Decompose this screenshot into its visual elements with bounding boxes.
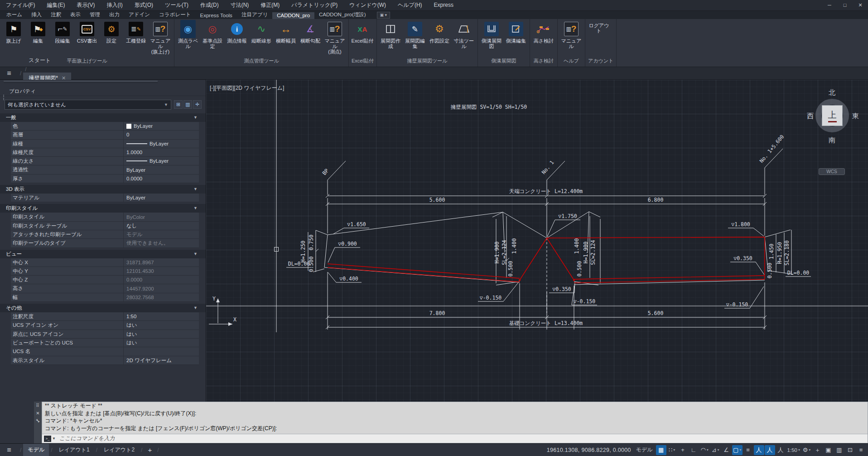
ribbon-tab-挿入[interactable]: 挿入 <box>27 11 46 19</box>
close-icon[interactable]: ✕ <box>853 0 868 10</box>
ribbon-tab-表示[interactable]: 表示 <box>66 11 85 19</box>
ribbon-tab-ホーム[interactable]: ホーム <box>2 11 27 19</box>
annotation-autoscale-icon[interactable]: 人 <box>765 445 775 455</box>
property-value[interactable]: 2D ワイヤフレーム <box>124 356 199 364</box>
ribbon-button-Excel貼付[interactable]: XAExcel貼付 <box>351 20 374 44</box>
command-input[interactable]: >_ ▼ ここにコマンドを入力 <box>42 434 868 443</box>
maximize-icon[interactable]: □ <box>837 0 853 10</box>
annotation-scale-icon[interactable]: 人 <box>776 445 786 455</box>
doc-menu-icon[interactable]: ≡ <box>0 69 18 78</box>
ribbon-button-基準点設定[interactable]: ◎基準点設定 <box>201 20 224 49</box>
menubar-item[interactable]: ヘルプ(H) <box>392 0 428 10</box>
annotation-visibility-icon[interactable]: 人 <box>754 445 764 455</box>
view-compass[interactable]: 北 南 西 東 上 <box>805 88 859 163</box>
compass-east[interactable]: 東 <box>852 112 859 121</box>
menubar-item[interactable]: 表示(V) <box>71 0 101 10</box>
selection-dropdown[interactable]: 何も選択されていません▼ <box>5 100 171 110</box>
property-section-一般[interactable]: 一般▼ <box>0 113 206 122</box>
ribbon-button-編集[interactable]: ⚑◆編集 <box>26 20 50 44</box>
wcs-selector[interactable]: WCS <box>819 168 845 175</box>
property-value[interactable]: 0.0000 <box>124 276 199 284</box>
menubar-item[interactable]: 作成(D) <box>194 0 225 10</box>
layout-menu-icon[interactable]: ≡ <box>0 446 18 454</box>
property-value[interactable]: モデル <box>124 230 199 238</box>
menubar-item[interactable]: Express <box>428 0 459 10</box>
ribbon-button-マニュアル[interactable]: ▥?マニュアル <box>559 20 583 49</box>
menubar-item[interactable]: 形式(O) <box>129 0 159 10</box>
layout-tab-モデル[interactable]: モデル <box>23 444 49 456</box>
menubar-item[interactable]: ファイル(F) <box>0 0 41 10</box>
ribbon-tab-コラボレート[interactable]: コラボレート <box>154 11 195 19</box>
ribbon-tab-管理[interactable]: 管理 <box>85 11 105 19</box>
property-value[interactable]: ByLayer <box>124 122 199 130</box>
property-value[interactable]: はい <box>124 321 199 329</box>
property-value[interactable]: ByLayer <box>124 140 199 148</box>
drawing-canvas[interactable]: [-][平面図][2D ワイヤフレーム] 擁壁展開図 SV=1/50 SH=1/… <box>206 80 868 443</box>
clean-screen-icon[interactable]: ⊡ <box>845 445 855 455</box>
layout-tab-レイアウト1[interactable]: レイアウト1 <box>54 444 94 456</box>
osnap-tracking-icon[interactable]: ∠ <box>721 445 732 455</box>
property-value[interactable]: 14457.9200 <box>124 284 199 292</box>
property-value[interactable]: 使用できません。 <box>124 239 199 247</box>
isodraft-icon[interactable]: ⊿▾ <box>710 445 721 455</box>
settings-gear-icon[interactable]: ⚙▾ <box>801 445 812 455</box>
ribbon-button-展開図編集[interactable]: ✎展開図編集 <box>403 20 427 49</box>
select-objects-icon[interactable]: ▥ <box>183 100 192 109</box>
add-layout-button[interactable]: + <box>144 446 155 454</box>
compass-west[interactable]: 西 <box>807 112 814 121</box>
property-value[interactable]: 0.0000 <box>124 175 199 183</box>
command-history-chevron-icon[interactable]: ▼ <box>52 437 56 441</box>
ribbon-button-横断幅員[interactable]: ↔横断幅員 <box>274 20 298 44</box>
layout-tab-レイアウト2[interactable]: レイアウト2 <box>99 444 139 456</box>
ribbon-tab-アドイン[interactable]: アドイン <box>124 11 154 19</box>
ribbon-button-展開図作成[interactable]: 展開図作成 <box>379 20 402 49</box>
property-value[interactable]: 0 <box>124 131 199 139</box>
property-value[interactable]: 12101.4530 <box>124 267 199 275</box>
dynamic-input-icon[interactable]: ≡ <box>743 445 753 455</box>
snap-icon[interactable]: ∷▾ <box>667 445 677 455</box>
ribbon-button-CSV書出[interactable]: CSVCSV書出 <box>75 20 99 44</box>
property-section-その他[interactable]: その他▼ <box>0 304 206 312</box>
ribbon-button-段編集[interactable]: ⌐✎段編集 <box>51 20 74 44</box>
ribbon-button-設定[interactable]: ⚙設定 <box>100 20 123 44</box>
graphics-performance-icon[interactable]: ▥ <box>834 445 844 455</box>
command-grip-icon[interactable]: ⠿ <box>36 403 39 408</box>
ribbon-tab-出力[interactable]: 出力 <box>105 11 124 19</box>
property-section-印刷スタイル[interactable]: 印刷スタイル▼ <box>0 204 206 213</box>
property-value[interactable]: ByLayer <box>124 194 199 202</box>
ribbon-button-高さ検討[interactable]: 高さ検討 <box>532 20 555 44</box>
ribbon-tab-注釈[interactable]: 注釈 <box>46 11 66 19</box>
property-value[interactable]: 1:50 <box>124 312 199 320</box>
viewport-label[interactable]: [-][平面図][2D ワイヤフレーム] <box>210 84 284 92</box>
property-value[interactable]: 1.0000 <box>124 148 199 156</box>
menubar-item[interactable]: 修正(M) <box>255 0 285 10</box>
command-wrench-icon[interactable]: 🔧︎ <box>36 418 40 423</box>
ribbon-button-横断勾配[interactable]: ∡横断勾配 <box>299 20 322 44</box>
polar-tracking-icon[interactable]: ◠▾ <box>699 445 710 455</box>
pickadd-toggle-icon[interactable]: ✛ <box>193 100 202 109</box>
model-space-label[interactable]: モデル <box>636 446 653 454</box>
scale-list-icon[interactable]: 1:50▾ <box>786 445 801 455</box>
compass-north[interactable]: 北 <box>829 88 835 97</box>
ribbon-button-マニュアル[interactable]: ▥?マニュアル (測点) <box>323 20 347 54</box>
ribbon-display-toggle[interactable]: ▣ ▾ <box>377 12 391 19</box>
property-value[interactable]: はい <box>124 330 199 338</box>
property-value[interactable] <box>124 347 199 355</box>
status-menu-icon[interactable]: ≡ <box>856 445 866 455</box>
menubar-item[interactable]: 寸法(N) <box>225 0 255 10</box>
ribbon-tab-注目アプリ[interactable]: 注目アプリ <box>237 11 272 19</box>
grid-icon[interactable]: ▦ <box>656 445 666 455</box>
ribbon-button-測点情報[interactable]: i測点情報 <box>225 20 249 44</box>
property-value[interactable]: ByLayer <box>124 165 199 174</box>
ribbon-button-マニュアル[interactable]: ▥?マニュアル (旗上げ) <box>149 20 172 54</box>
ribbon-button-工種登録[interactable]: ≣✎工種登録 <box>124 20 148 44</box>
menubar-item[interactable]: ウィンドウ(W) <box>343 0 392 10</box>
ribbon-button-寸法ツール[interactable]: 寸法ツール <box>452 20 476 49</box>
compass-south[interactable]: 南 <box>829 136 835 145</box>
property-section-ビュー[interactable]: ビュー▼ <box>0 250 206 258</box>
property-value[interactable]: なし <box>124 222 199 230</box>
ribbon-button-縦断線形[interactable]: ∿縦断線形 <box>250 20 273 44</box>
plus-icon[interactable]: ＋ <box>812 445 823 455</box>
ribbon-button-旗上げ[interactable]: ⚑旗上げ <box>2 20 25 44</box>
ribbon-tab-Express Tools[interactable]: Express Tools <box>195 12 236 19</box>
